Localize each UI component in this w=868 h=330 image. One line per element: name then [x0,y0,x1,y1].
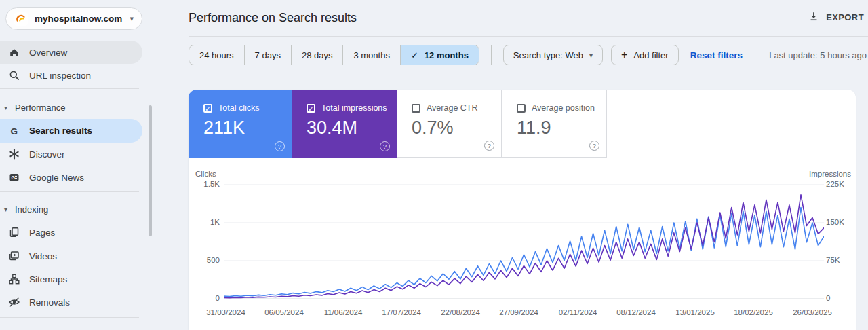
sidebar-scrollbar[interactable] [149,105,152,236]
export-button[interactable]: EXPORT [808,11,864,24]
x-tick: 31/03/2024 [195,308,256,316]
export-label: EXPORT [826,12,864,22]
sidebar-item-label: Videos [29,251,57,261]
x-tick: 08/12/2024 [606,308,667,316]
x-tick: 18/02/2025 [723,308,784,316]
sidebar-item-videos[interactable]: Videos [0,244,142,268]
sidebar-section-indexing[interactable]: ▾ Indexing [4,201,48,217]
y-tick: 500 [189,256,220,264]
video-icon [8,250,20,262]
sidebar-divider [0,88,139,89]
search-type-label: Search type: Web [513,50,583,60]
section-label: Performance [15,103,65,113]
svg-text:G: G [12,175,16,180]
x-tick: 17/07/2024 [371,308,432,316]
header-divider [189,36,868,37]
metric-value: 11.9 [517,117,606,139]
help-icon[interactable]: ? [484,141,494,151]
google-g-icon: G [8,125,20,137]
sidebar-item-label: Sitemaps [29,274,67,285]
x-tick: 22/08/2024 [430,308,491,316]
performance-card: ✓ Total clicks 211K ? ✓ Total impression… [189,90,856,330]
x-tick: 27/09/2024 [488,308,549,316]
sidebar-item-label: Google News [29,172,84,183]
chevron-down-icon: ▾ [4,206,15,213]
news-icon: G [8,171,20,183]
left-axis-title: Clicks [195,170,216,178]
sidebar-divider [0,317,139,318]
filter-bar: 24 hours 7 days 28 days 3 months ✓ 12 mo… [189,45,743,65]
search-icon [8,69,20,81]
y-tick: 225K [826,180,844,188]
range-7-days[interactable]: 7 days [244,45,291,65]
help-icon[interactable]: ? [589,141,599,151]
sidebar-item-label: Discover [29,149,65,160]
range-28-days[interactable]: 28 days [291,45,343,65]
y-tick: 150K [826,218,844,226]
performance-chart[interactable] [224,182,824,303]
sitemap-icon [8,273,20,285]
sidebar-item-overview[interactable]: Overview [0,41,142,64]
checkbox-unchecked-icon[interactable] [412,104,420,113]
metric-label: Average position [532,103,595,113]
add-filter-button[interactable]: + Add filter [611,45,679,65]
google-search-console-app: myhospitalnow.com ▾ Overview URL inspect… [0,0,868,330]
x-tick: 11/06/2024 [313,308,374,316]
sidebar-item-label: Pages [29,227,55,238]
reset-filters-link[interactable]: Reset filters [690,50,743,60]
range-24-hours[interactable]: 24 hours [189,45,244,65]
checkbox-checked-icon[interactable]: ✓ [203,104,212,113]
sidebar-item-discover[interactable]: Discover [0,143,142,166]
metric-label: Total clicks [218,103,259,113]
x-tick: 26/03/2025 [782,308,843,316]
x-tick: 02/11/2024 [547,308,608,316]
chevron-down-icon: ▾ [4,104,15,111]
x-tick: 13/01/2025 [665,308,726,316]
metric-card-total-impressions[interactable]: ✓ Total impressions 30.4M ? [292,90,397,158]
sidebar-item-google-news[interactable]: G Google News [0,166,142,189]
search-type-dropdown[interactable]: Search type: Web ▾ [503,45,603,65]
metric-label: Average CTR [427,103,478,113]
pages-icon [8,226,20,238]
y-tick: 0 [826,294,830,302]
metric-cards-row: ✓ Total clicks 211K ? ✓ Total impression… [189,90,856,158]
home-icon [8,46,20,58]
sidebar-item-url-inspection[interactable]: URL inspection [0,64,142,87]
discover-asterisk-icon [8,148,20,160]
y-tick: 0 [189,294,220,302]
sidebar-item-search-results[interactable]: G Search results [0,119,142,143]
filter-divider [491,45,492,65]
range-3-months[interactable]: 3 months [342,45,399,65]
x-tick: 06/05/2024 [254,308,315,316]
metric-card-average-ctr[interactable]: Average CTR 0.7% ? [397,90,502,158]
series-total-impressions [224,195,824,298]
last-update-text: Last update: 5 hours ago [769,50,867,60]
sidebar-section-performance[interactable]: ▾ Performance [4,99,65,115]
visibility-off-icon [8,296,20,308]
metric-value: 211K [203,117,292,139]
section-label: Indexing [15,204,48,215]
plus-icon: + [621,49,627,61]
chevron-down-icon: ▾ [589,52,593,59]
metric-label: Total impressions [321,103,387,113]
y-tick: 1.5K [189,180,220,188]
sidebar-item-label: Overview [29,48,67,58]
sidebar-item-label: URL inspection [29,71,91,81]
sidebar-divider [0,191,139,192]
help-icon[interactable]: ? [380,141,390,151]
sidebar-item-removals[interactable]: Removals [0,291,142,314]
property-selector[interactable]: myhospitalnow.com ▾ [5,7,142,30]
checkbox-unchecked-icon[interactable] [517,104,526,113]
checkbox-checked-icon[interactable]: ✓ [307,104,315,113]
date-range-segments: 24 hours 7 days 28 days 3 months ✓ 12 mo… [189,45,479,65]
metric-card-average-position[interactable]: Average position 11.9 ? [502,90,607,158]
right-axis-title: Impressions [809,170,851,178]
sidebar-item-label: Removals [29,297,70,308]
check-icon: ✓ [411,50,418,60]
help-icon[interactable]: ? [275,141,285,151]
sidebar-item-label: Search results [29,126,92,136]
sidebar-item-pages[interactable]: Pages [0,221,142,244]
metric-card-total-clicks[interactable]: ✓ Total clicks 211K ? [189,90,292,158]
range-12-months[interactable]: ✓ 12 months [400,45,479,65]
sidebar-item-sitemaps[interactable]: Sitemaps [0,268,142,291]
